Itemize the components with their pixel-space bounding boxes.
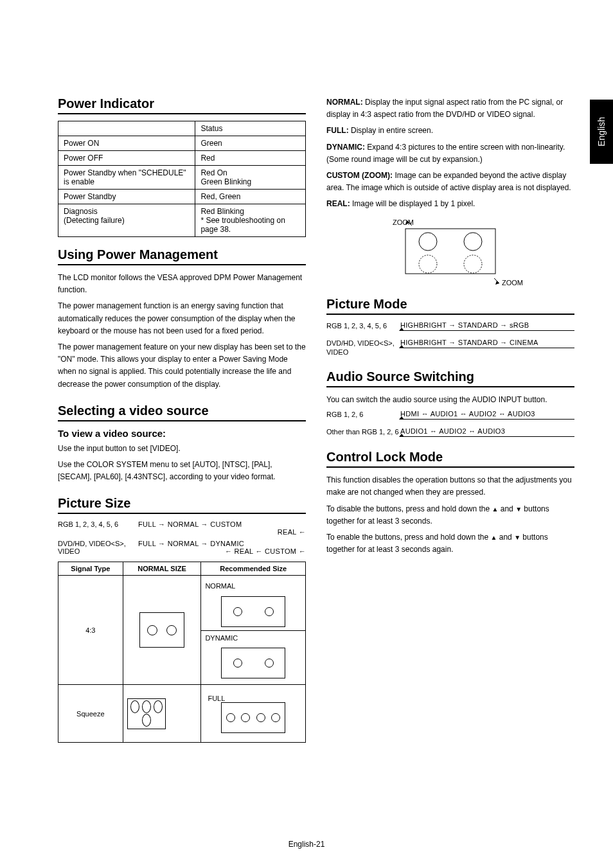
- cl-p3a: To enable the buttons, press and hold do…: [326, 533, 491, 542]
- pi-r1c1: Red: [195, 151, 306, 166]
- cl-p2a: To disable the buttons, press and hold d…: [326, 504, 492, 513]
- cl-paragraph-1: This function disables the operation but…: [326, 474, 574, 499]
- sel-p1: Use the input button to set [VIDEO].: [58, 443, 306, 455]
- picmode-row1-label: RGB 1, 2, 3, 4, 5, 6: [326, 321, 400, 330]
- heading-picture-size: Picture Size: [58, 496, 306, 514]
- psize-row2-seq: FULL → NORMAL → DYNAMIC ← REAL ← CUSTOM …: [138, 540, 306, 555]
- triangle-up-icon: ▲: [491, 534, 497, 541]
- psize-row1-seq: FULL → NORMAL → CUSTOM REAL ←: [138, 520, 306, 536]
- sel-p2: Use the COLOR SYSTEM menu to set [AUTO],…: [58, 459, 306, 483]
- audio-row2-label: Other than RGB 1, 2, 6: [326, 427, 400, 436]
- svg-point-2: [464, 233, 482, 251]
- aspect-43-icon: [139, 612, 184, 648]
- picmode-row1-seq: HIGHBRIGHT → STANDARD → sRGB: [400, 321, 574, 329]
- sig-h2: Recommended Size: [201, 562, 306, 576]
- heading-selecting-video: Selecting a video source: [58, 403, 306, 421]
- mode-dynamic-b: DYNAMIC:: [326, 143, 365, 152]
- sig-r2-c2: FULL: [201, 685, 306, 743]
- pi-head-0: [58, 121, 195, 136]
- audio-row2-seq: AUDIO1 ↔ AUDIO2 ↔ AUDIO3: [400, 427, 574, 435]
- cl-paragraph-2: To disable the buttons, press and hold d…: [326, 503, 574, 527]
- mode-full-b: FULL:: [326, 126, 349, 135]
- mode-real: REAL: Image will be displayed 1 by 1 pix…: [326, 198, 574, 210]
- return-arrow-icon: [400, 348, 574, 348]
- audio-paragraph: You can switch the audio source using th…: [326, 394, 574, 406]
- pi-r1c0: Power OFF: [58, 151, 195, 166]
- audio-row1-label: RGB 1, 2, 6: [326, 410, 400, 419]
- sig-r2-c1: [123, 685, 201, 743]
- sig-r1-c2: NORMAL DYNAMIC: [201, 576, 306, 685]
- sig-r1-c2a-label: NORMAL: [201, 582, 235, 590]
- pi-r0c1: Green: [195, 136, 306, 151]
- mode-real-b: REAL:: [326, 199, 350, 208]
- language-tab-label: English: [596, 117, 607, 146]
- psize-row2-label: DVD/HD, VIDEO<S>, VIDEO: [58, 540, 138, 555]
- mode-real-t: Image will be displayed 1 by 1 pixel.: [350, 199, 475, 208]
- heading-power-management: Using Power Management: [58, 247, 306, 265]
- power-indicator-table: Status Power ONGreen Power OFFRed Power …: [58, 121, 306, 237]
- pi-r2c0: Power Standby when "SCHEDULE" is enable: [58, 166, 195, 190]
- mode-dynamic: DYNAMIC: Expand 4:3 pictures to the enti…: [326, 141, 574, 166]
- psize-row2-seq-bot: ← REAL ← CUSTOM ←: [138, 547, 306, 555]
- triangle-down-icon: ▼: [515, 506, 522, 513]
- cl-paragraph-3: To enable the buttons, press and hold do…: [326, 531, 574, 556]
- mode-full-t: Display in entire screen.: [349, 126, 433, 135]
- return-arrow-icon: [400, 436, 574, 437]
- mode-custom: CUSTOM (ZOOM): Image can be expanded bey…: [326, 170, 574, 194]
- triangle-down-icon: ▼: [514, 534, 520, 541]
- mode-normal: NORMAL: Display the input signal aspect …: [326, 96, 574, 121]
- pi-head-1: Status: [195, 121, 306, 136]
- picmode-row2-seq: HIGHBRIGHT → STANDARD → CINEMA: [400, 339, 574, 346]
- svg-rect-0: [405, 229, 495, 274]
- psize-row2-seq-top: FULL → NORMAL → DYNAMIC: [138, 540, 306, 547]
- return-arrow-icon: [400, 419, 574, 420]
- heading-audio-switching: Audio Source Switching: [326, 369, 574, 387]
- heading-control-lock: Control Lock Mode: [326, 450, 574, 468]
- heading-picture-mode: Picture Mode: [326, 297, 574, 315]
- pi-r4c0: Diagnosis (Detecting failure): [58, 204, 195, 237]
- zoom-left-label: ZOOM: [393, 218, 414, 226]
- psize-row1-seq-top: FULL → NORMAL → CUSTOM: [138, 520, 306, 528]
- triangle-up-icon: ▲: [492, 506, 499, 513]
- sig-r2-c2a-label: FULL: [204, 695, 303, 702]
- mode-full: FULL: Display in entire screen.: [326, 125, 574, 137]
- normal-mode-icon: [221, 596, 285, 627]
- left-column: Power Indicator Status Power ONGreen Pow…: [58, 96, 306, 743]
- mode-normal-b: NORMAL:: [326, 98, 363, 107]
- dynamic-mode-icon: [221, 648, 285, 678]
- sig-r2-c0: Squeeze: [58, 685, 123, 743]
- pm-paragraph-1: The LCD monitor follows the VESA approve…: [58, 272, 306, 296]
- return-arrow-icon: [400, 330, 574, 331]
- svg-point-4: [464, 255, 482, 273]
- svg-point-1: [419, 233, 437, 251]
- picmode-row2-label: DVD/HD, VIDEO<S>, VIDEO: [326, 339, 400, 357]
- page-footer: English-21: [0, 840, 613, 849]
- sig-r1-c2b-label: DYNAMIC: [201, 634, 238, 642]
- sig-h0: Signal Type: [58, 562, 123, 576]
- psize-row1-seq-bot: REAL ←: [138, 528, 306, 536]
- heading-power-indicator: Power Indicator: [58, 96, 306, 114]
- signal-table: Signal Type NORMAL SIZE Recommended Size…: [58, 562, 306, 743]
- cl-p2b: and: [498, 504, 515, 513]
- zoom-diagram: ZOOM ZOOM: [326, 216, 574, 287]
- cl-p3b: and: [497, 533, 514, 542]
- zoom-right-label: ZOOM: [502, 279, 523, 287]
- audio-row1-seq: HDMI ↔ AUDIO1 ↔ AUDIO2 ↔ AUDIO3: [400, 410, 574, 418]
- sig-r1-c1: [123, 576, 201, 685]
- pi-r2c1: Red On Green Blinking: [195, 166, 306, 190]
- psize-row1-label: RGB 1, 2, 3, 4, 5, 6: [58, 520, 138, 528]
- svg-point-3: [419, 255, 437, 273]
- squeeze-icon: [127, 698, 166, 729]
- right-column: NORMAL: Display the input signal aspect …: [326, 96, 574, 743]
- pi-r3c0: Power Standby: [58, 190, 195, 204]
- pi-r4c1: Red Blinking * See troubleshooting on pa…: [195, 204, 306, 237]
- mode-custom-b: CUSTOM (ZOOM):: [326, 171, 393, 180]
- full-mode-icon: [221, 702, 285, 733]
- language-tab: English: [590, 100, 613, 164]
- sig-r1-c0: 4:3: [58, 576, 123, 685]
- pm-paragraph-3: The power management feature on your new…: [58, 341, 306, 391]
- pi-r0c0: Power ON: [58, 136, 195, 151]
- pi-r3c1: Red, Green: [195, 190, 306, 204]
- subheading-view-source: To view a video source:: [58, 428, 306, 439]
- pm-paragraph-2: The power management function is an ener…: [58, 300, 306, 337]
